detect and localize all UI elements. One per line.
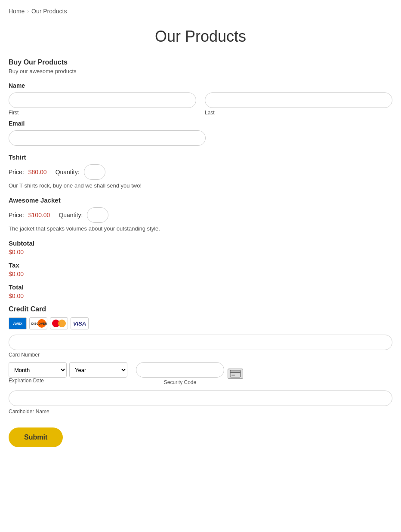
form-subtitle: Buy our awesome products bbox=[9, 68, 392, 74]
breadcrumb-home[interactable]: Home bbox=[9, 8, 25, 15]
tshirt-price: $80.00 bbox=[28, 169, 47, 175]
first-name-input[interactable] bbox=[9, 92, 196, 108]
tshirt-qty-label: Quantity: bbox=[56, 169, 80, 175]
card-number-wrap bbox=[9, 335, 392, 350]
security-code-wrap: Security Code bbox=[136, 362, 243, 385]
product-tshirt: Tshirt Price: $80.00 Quantity: Our T-shi… bbox=[9, 154, 392, 189]
year-select[interactable]: Year2024202520262027202820292030 bbox=[69, 362, 127, 378]
jacket-title: Awesome Jacket bbox=[9, 197, 392, 204]
email-input[interactable] bbox=[9, 130, 206, 146]
name-label: Name bbox=[9, 82, 392, 89]
security-input-group: Security Code bbox=[136, 362, 224, 385]
jacket-price-row: Price: $100.00 Quantity: bbox=[9, 207, 392, 223]
submit-button[interactable]: Submit bbox=[9, 427, 63, 447]
form-title: Buy Our Products bbox=[9, 58, 392, 66]
last-name-wrap: Last bbox=[205, 92, 392, 116]
expiry-date-label: Expiration Date bbox=[9, 378, 127, 384]
total-value: $0.00 bbox=[9, 292, 392, 299]
tshirt-price-row: Price: $80.00 Quantity: bbox=[9, 164, 392, 180]
last-name-label: Last bbox=[205, 110, 392, 116]
tax-label: Tax bbox=[9, 261, 392, 269]
svg-rect-0 bbox=[230, 370, 241, 377]
first-name-wrap: First bbox=[9, 92, 196, 116]
jacket-quantity-input[interactable] bbox=[87, 207, 108, 223]
total-label: Total bbox=[9, 283, 392, 291]
cardholder-name-label: Cardholder Name bbox=[9, 409, 392, 415]
card-brand-icons: AMEX DISCOVER VISA bbox=[9, 317, 392, 329]
visa-icon: VISA bbox=[71, 317, 89, 329]
email-label: Email bbox=[9, 120, 392, 127]
card-number-label: Card Number bbox=[9, 352, 392, 358]
subtotal-section: Subtotal $0.00 bbox=[9, 240, 392, 255]
cardholder-name-input[interactable] bbox=[9, 391, 392, 406]
mastercard-icon bbox=[50, 317, 68, 329]
tshirt-quantity-input[interactable] bbox=[84, 164, 105, 180]
tax-section: Tax $0.00 bbox=[9, 261, 392, 277]
breadcrumb-current: Our Products bbox=[31, 8, 67, 15]
svg-rect-2 bbox=[231, 375, 235, 376]
jacket-price-label: Price: bbox=[9, 212, 24, 218]
name-row: First Last bbox=[9, 92, 392, 116]
credit-card-section: Credit Card AMEX DISCOVER VISA Card Numb… bbox=[9, 305, 392, 415]
month-select[interactable]: MonthJanuaryFebruaryMarchAprilMayJuneJul… bbox=[9, 362, 67, 378]
cardholder-wrap bbox=[9, 391, 392, 406]
security-card-icon bbox=[228, 369, 243, 379]
expiry-wrap: MonthJanuaryFebruaryMarchAprilMayJuneJul… bbox=[9, 362, 127, 388]
email-wrap bbox=[9, 130, 206, 146]
tax-value: $0.00 bbox=[9, 271, 392, 277]
amex-icon: AMEX bbox=[9, 317, 27, 329]
product-form: Buy Our Products Buy our awesome product… bbox=[9, 58, 392, 447]
breadcrumb: Home › Our Products bbox=[9, 0, 392, 19]
security-code-label: Security Code bbox=[136, 379, 224, 385]
discover-icon: DISCOVER bbox=[29, 317, 47, 329]
subtotal-value: $0.00 bbox=[9, 249, 392, 255]
credit-card-label: Credit Card bbox=[9, 305, 392, 313]
jacket-description: The jacket that speaks volumes about you… bbox=[9, 225, 392, 232]
last-name-input[interactable] bbox=[205, 92, 392, 108]
expiry-security-row: MonthJanuaryFebruaryMarchAprilMayJuneJul… bbox=[9, 362, 392, 388]
svg-rect-1 bbox=[230, 372, 241, 373]
tshirt-description: Our T-shirts rock, buy one and we shall … bbox=[9, 182, 392, 189]
security-code-input[interactable] bbox=[136, 362, 224, 378]
tshirt-price-label: Price: bbox=[9, 169, 24, 175]
first-name-label: First bbox=[9, 110, 196, 116]
card-number-input[interactable] bbox=[9, 335, 392, 350]
jacket-qty-label: Quantity: bbox=[59, 212, 83, 218]
tshirt-title: Tshirt bbox=[9, 154, 392, 161]
product-jacket: Awesome Jacket Price: $100.00 Quantity: … bbox=[9, 197, 392, 232]
jacket-price: $100.00 bbox=[28, 212, 50, 218]
total-section: Total $0.00 bbox=[9, 283, 392, 299]
page-title: Our Products bbox=[9, 28, 392, 46]
breadcrumb-separator: › bbox=[27, 9, 29, 14]
subtotal-label: Subtotal bbox=[9, 240, 392, 247]
expiry-selects: MonthJanuaryFebruaryMarchAprilMayJuneJul… bbox=[9, 362, 127, 378]
